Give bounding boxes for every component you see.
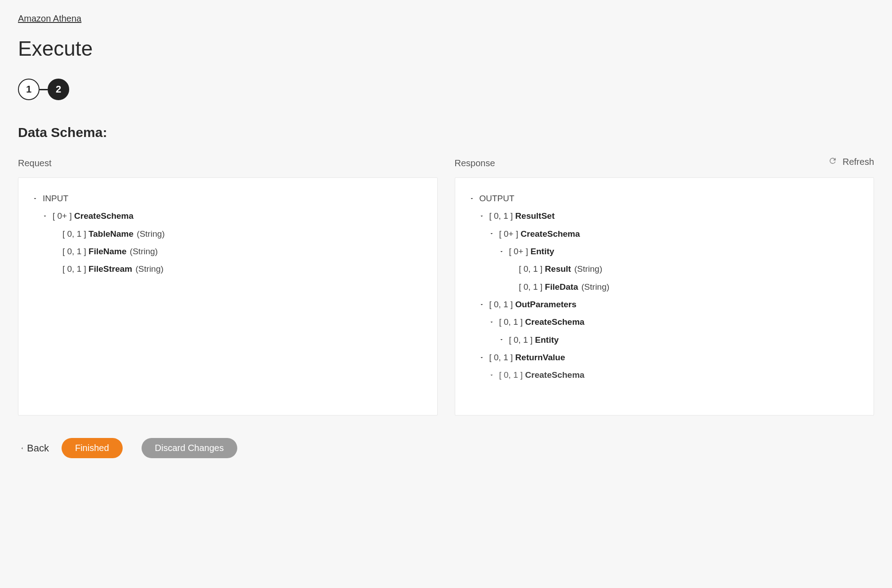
tree-node-createschema[interactable]: [ 0+ ] CreateSchema <box>32 207 424 225</box>
footer: Back Finished Discard Changes <box>18 438 874 458</box>
tree-label: [ 0+ ] CreateSchema <box>499 227 580 241</box>
tree-label: [ 0, 1 ] Entity <box>509 333 559 347</box>
tree-label: [ 0, 1 ] ResultSet <box>489 209 555 223</box>
chevron-down-icon[interactable] <box>479 213 485 219</box>
request-panel: INPUT [ 0+ ] CreateSchema [ 0, 1 ] Table… <box>18 177 438 416</box>
tree-label: [ 0, 1 ] FileName (String) <box>62 244 158 258</box>
tree-node-resultset[interactable]: [ 0, 1 ] ResultSet <box>469 207 861 225</box>
step-2[interactable]: 2 <box>48 79 69 100</box>
tree-node-filename[interactable]: [ 0, 1 ] FileName (String) <box>32 243 424 260</box>
section-title: Data Schema: <box>18 125 874 140</box>
tree-label: [ 0, 1 ] Result (String) <box>519 262 603 276</box>
tree-label: [ 0, 1 ] TableName (String) <box>62 227 165 241</box>
step-connector <box>40 89 48 90</box>
chevron-down-icon[interactable] <box>42 213 48 219</box>
tree-node-outparam-createschema[interactable]: [ 0, 1 ] CreateSchema <box>469 313 861 331</box>
tree-node-returnvalue-createschema[interactable]: [ 0, 1 ] CreateSchema <box>469 366 861 384</box>
chevron-down-icon[interactable] <box>498 249 505 254</box>
tree-node-outparameters[interactable]: [ 0, 1 ] OutParameters <box>469 296 861 313</box>
tree-node-result[interactable]: [ 0, 1 ] Result (String) <box>469 260 861 278</box>
refresh-label: Refresh <box>843 157 874 167</box>
tree-label: [ 0, 1 ] CreateSchema <box>499 315 585 329</box>
breadcrumb-link[interactable]: Amazon Athena <box>18 13 81 24</box>
tree-node-entity[interactable]: [ 0+ ] Entity <box>469 243 861 260</box>
tree-label: [ 0+ ] Entity <box>509 244 555 258</box>
chevron-down-icon[interactable] <box>498 337 505 342</box>
tree-node-filedata[interactable]: [ 0, 1 ] FileData (String) <box>469 278 861 296</box>
step-1[interactable]: 1 <box>18 79 40 100</box>
page-title: Execute <box>18 36 874 61</box>
tree-label: [ 0, 1 ] FileStream (String) <box>62 262 164 276</box>
chevron-down-icon[interactable] <box>32 196 38 201</box>
refresh-button[interactable]: Refresh <box>828 156 874 168</box>
response-column: Response OUTPUT [ 0, 1 ] ResultSet [ 0+ … <box>455 158 874 416</box>
chevron-down-icon[interactable] <box>488 319 495 325</box>
chevron-down-icon[interactable] <box>488 231 495 236</box>
tree-node-output[interactable]: OUTPUT <box>469 190 861 207</box>
response-header: Response <box>455 158 874 168</box>
tree-node-filestream[interactable]: [ 0, 1 ] FileStream (String) <box>32 260 424 278</box>
chevron-down-icon[interactable] <box>488 372 495 378</box>
chevron-down-icon[interactable] <box>479 302 485 307</box>
request-column: Request INPUT [ 0+ ] CreateSchema <box>18 158 438 416</box>
tree-node-outparam-entity[interactable]: [ 0, 1 ] Entity <box>469 331 861 349</box>
tree-label: INPUT <box>43 191 68 205</box>
finished-button[interactable]: Finished <box>62 438 123 458</box>
tree-node-input[interactable]: INPUT <box>32 190 424 207</box>
back-button[interactable]: Back <box>18 440 51 457</box>
request-header: Request <box>18 158 438 168</box>
discard-button[interactable]: Discard Changes <box>142 438 237 458</box>
back-label: Back <box>27 442 49 454</box>
tree-label: [ 0, 1 ] OutParameters <box>489 297 577 311</box>
refresh-icon <box>828 156 837 168</box>
tree-node-returnvalue[interactable]: [ 0, 1 ] ReturnValue <box>469 349 861 366</box>
stepper: 1 2 <box>18 79 874 100</box>
tree-label: OUTPUT <box>479 191 515 205</box>
tree-label: [ 0, 1 ] FileData (String) <box>519 280 610 294</box>
chevron-left-icon <box>20 442 24 454</box>
response-panel: OUTPUT [ 0, 1 ] ResultSet [ 0+ ] CreateS… <box>455 177 874 416</box>
tree-node-tablename[interactable]: [ 0, 1 ] TableName (String) <box>32 225 424 243</box>
tree-node-resultset-createschema[interactable]: [ 0+ ] CreateSchema <box>469 225 861 243</box>
tree-label: [ 0, 1 ] CreateSchema <box>499 368 585 382</box>
tree-label: [ 0, 1 ] ReturnValue <box>489 350 565 364</box>
chevron-down-icon[interactable] <box>469 196 475 201</box>
tree-label: [ 0+ ] CreateSchema <box>53 209 133 223</box>
chevron-down-icon[interactable] <box>479 355 485 360</box>
